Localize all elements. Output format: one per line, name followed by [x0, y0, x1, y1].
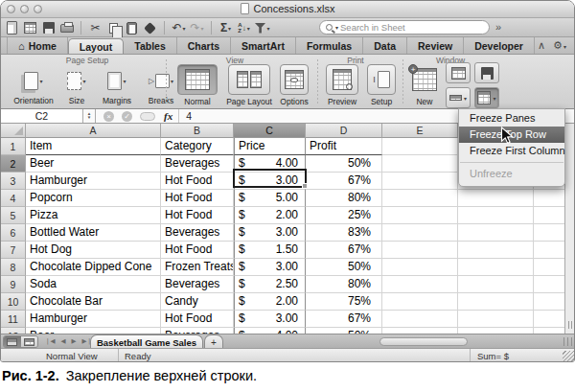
save-icon[interactable]	[39, 19, 58, 36]
freeze-panes-button[interactable]: ▾	[474, 87, 499, 108]
sheet-tab[interactable]: Basketball Game Sales	[90, 334, 203, 349]
cell-item[interactable]: Bottled Water	[26, 224, 161, 242]
print-icon[interactable]	[58, 19, 76, 36]
toolbar-overflow-chevron-icon[interactable]: »	[495, 21, 501, 33]
cell-empty[interactable]	[458, 224, 534, 242]
cell-item[interactable]: Pizza	[26, 207, 161, 224]
select-all-corner[interactable]	[1, 124, 26, 138]
column-header-e[interactable]: E	[382, 124, 458, 138]
filter-icon[interactable]: ▾	[253, 19, 271, 36]
cell-empty[interactable]	[382, 293, 458, 311]
split-window-button[interactable]: ▾	[446, 87, 471, 108]
cell-empty[interactable]	[458, 242, 534, 259]
cell-category[interactable]: Beverages	[161, 155, 234, 173]
cell-item[interactable]: Item	[26, 138, 161, 155]
tab-smartart[interactable]: SmartArt	[231, 37, 296, 54]
view-options-button[interactable]: Options	[276, 64, 312, 106]
cell-empty[interactable]	[382, 138, 458, 155]
copy-icon[interactable]	[104, 19, 123, 36]
cell-empty[interactable]	[458, 259, 534, 276]
cell-item[interactable]: Hot Dog	[26, 242, 161, 259]
name-box-stepper[interactable]: ▲▼	[83, 109, 96, 123]
cell-profit[interactable]: 67%	[306, 311, 382, 328]
redo-icon[interactable]: ↷▾	[188, 19, 206, 36]
tab-developer[interactable]: Developer	[464, 37, 535, 54]
column-header-d[interactable]: D	[306, 124, 382, 138]
cell-item[interactable]: Hamburger	[26, 311, 161, 328]
cell-empty[interactable]	[458, 293, 534, 311]
open-icon[interactable]	[21, 19, 39, 36]
size-button[interactable]: ▾ Size	[60, 67, 93, 105]
cell-empty[interactable]	[382, 224, 458, 242]
cell-category[interactable]: Candy	[161, 293, 234, 311]
first-sheet-icon[interactable]: ❘◀	[45, 337, 55, 345]
cell-item[interactable]: Chocolate Dipped Cone	[26, 259, 161, 276]
page-layout-view-button[interactable]: Page Layout	[222, 64, 276, 106]
cell-profit[interactable]: 80%	[306, 190, 382, 207]
row-header-10[interactable]: 10	[1, 293, 26, 311]
sort-icon[interactable]: AZ↓▾	[235, 19, 253, 36]
tab-review[interactable]: Review	[407, 37, 464, 54]
cell-price[interactable]: Price	[234, 138, 306, 155]
row-header-7[interactable]: 7	[1, 242, 26, 259]
cell-item[interactable]: Beer	[26, 155, 161, 173]
cell-profit[interactable]: 67%	[306, 242, 382, 259]
cell-profit[interactable]: 67%	[306, 173, 382, 190]
cell-empty[interactable]	[534, 242, 564, 259]
new-window-button[interactable]: + New	[407, 64, 442, 106]
cell-category[interactable]: Category	[161, 138, 234, 155]
cell-empty[interactable]	[382, 155, 458, 173]
cancel-entry-icon[interactable]: ×	[104, 111, 114, 122]
cell-profit[interactable]: 25%	[306, 207, 382, 224]
row-header-1[interactable]: 1	[1, 138, 26, 155]
cell-empty[interactable]	[534, 259, 564, 276]
tab-data[interactable]: Data	[363, 37, 407, 54]
add-sheet-button[interactable]: +	[204, 334, 223, 349]
cell-profit[interactable]: 50%	[306, 259, 382, 276]
page-layout-view-toggle[interactable]	[21, 336, 38, 347]
cell-profit[interactable]: 50%	[306, 155, 382, 173]
cell-category[interactable]: Hot Food	[161, 190, 234, 207]
row-header-9[interactable]: 9	[1, 276, 26, 293]
cell-empty[interactable]	[534, 207, 564, 224]
row-header-4[interactable]: 4	[1, 190, 26, 207]
column-header-b[interactable]: B	[161, 124, 234, 138]
cell-price[interactable]: $3.00	[234, 259, 306, 276]
normal-view-button[interactable]: Normal	[175, 64, 219, 106]
confirm-entry-icon[interactable]: ✓	[122, 111, 132, 122]
paste-icon[interactable]	[123, 19, 141, 36]
arrange-windows-button[interactable]	[446, 62, 471, 83]
cell-category[interactable]: Hot Food	[161, 173, 234, 190]
cell-empty[interactable]	[382, 276, 458, 293]
scrollbar-grip[interactable]	[564, 337, 573, 346]
collapse-ribbon-icon[interactable]: ∧	[538, 39, 545, 52]
cell-category[interactable]: Beverages	[161, 276, 234, 293]
cell-category[interactable]: Hot Food	[161, 207, 234, 224]
cell-item[interactable]: Soda	[26, 276, 161, 293]
vertical-scrollbar[interactable]	[564, 124, 575, 334]
cell-category[interactable]: Hot Food	[161, 242, 234, 259]
row-header-8[interactable]: 8	[1, 259, 26, 276]
cell-empty[interactable]	[458, 207, 534, 224]
cell-profit[interactable]: 75%	[306, 293, 382, 311]
cell-profit[interactable]: 83%	[306, 224, 382, 242]
cell-item[interactable]: Chocolate Bar	[26, 293, 161, 311]
cell-price[interactable]: $3.00	[234, 311, 306, 328]
cell-empty[interactable]	[382, 259, 458, 276]
cell-empty[interactable]	[382, 207, 458, 224]
tab-formulas[interactable]: Formulas	[296, 37, 363, 54]
print-preview-button[interactable]: Preview	[323, 64, 361, 106]
row-header-2[interactable]: 2	[1, 155, 26, 173]
autosum-icon[interactable]: Σ▾	[217, 19, 235, 36]
cell-category[interactable]: Frozen Treats	[161, 259, 234, 276]
menu-item-freeze-panes[interactable]: Freeze Panes	[459, 110, 564, 127]
cell-empty[interactable]	[382, 173, 458, 190]
cell-price[interactable]: $3.00	[234, 224, 306, 242]
cell-empty[interactable]	[534, 224, 564, 242]
cell-price[interactable]: $2.00	[234, 207, 306, 224]
cell-price[interactable]: $1.50	[234, 242, 306, 259]
cell-empty[interactable]	[458, 190, 534, 207]
tab-home[interactable]: ⌂Home	[7, 37, 68, 54]
cell-category[interactable]: Hot Food	[161, 311, 234, 328]
tab-layout[interactable]: Layout	[68, 38, 124, 54]
